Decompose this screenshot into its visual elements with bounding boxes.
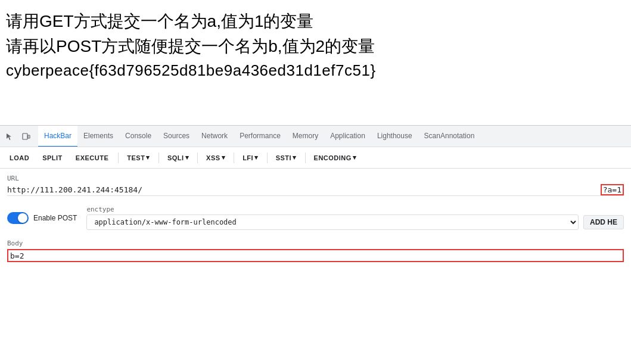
body-label: Body bbox=[7, 239, 624, 247]
tab-icon-group bbox=[2, 129, 33, 144]
instruction-line2: 请再以POST方式随便提交一个名为b,值为2的变量 bbox=[6, 36, 625, 57]
tabs-bar: HackBar Elements Console Sources Network… bbox=[0, 126, 631, 147]
url-input-container: ?a=1 bbox=[7, 184, 624, 196]
toolbar-separator-6 bbox=[305, 153, 306, 163]
enable-post-toggle-container: Enable POST bbox=[7, 212, 77, 224]
enable-post-label: Enable POST bbox=[33, 214, 77, 222]
tab-lighthouse[interactable]: Lighthouse bbox=[371, 126, 418, 147]
lfi-dropdown[interactable]: LFI ▾ bbox=[239, 153, 262, 163]
device-toolbar-icon[interactable] bbox=[19, 129, 33, 144]
toolbar-separator-2 bbox=[158, 153, 159, 163]
instruction-line1: 请用GET方式提交一个名为a,值为1的变量 bbox=[6, 11, 625, 32]
split-button[interactable]: SPLIT bbox=[38, 153, 67, 163]
tab-console[interactable]: Console bbox=[119, 126, 157, 147]
add-header-button[interactable]: ADD HE bbox=[583, 215, 624, 229]
enctype-section: enctype application/x-www-form-urlencode… bbox=[86, 206, 624, 230]
url-query-highlight: ?a=1 bbox=[601, 184, 624, 195]
enctype-select-row: application/x-www-form-urlencoded multip… bbox=[86, 214, 624, 230]
hackbar-toolbar: LOAD SPLIT EXECUTE TEST ▾ SQLI ▾ XSS ▾ L… bbox=[0, 147, 631, 169]
tab-sources[interactable]: Sources bbox=[157, 126, 195, 147]
svg-rect-0 bbox=[23, 133, 27, 139]
toolbar-separator-5 bbox=[267, 153, 268, 163]
toggle-track[interactable] bbox=[7, 212, 29, 224]
svg-rect-1 bbox=[28, 135, 30, 138]
tab-memory[interactable]: Memory bbox=[287, 126, 324, 147]
url-input[interactable] bbox=[7, 184, 601, 195]
tab-elements[interactable]: Elements bbox=[77, 126, 119, 147]
tab-network[interactable]: Network bbox=[195, 126, 234, 147]
body-section: Body bbox=[7, 239, 624, 262]
body-input[interactable] bbox=[8, 251, 113, 261]
load-button[interactable]: LOAD bbox=[5, 153, 34, 163]
xss-dropdown[interactable]: XSS ▾ bbox=[203, 153, 229, 163]
tab-scan-annotation[interactable]: ScanAnnotation bbox=[418, 126, 481, 147]
enctype-label: enctype bbox=[86, 206, 624, 213]
execute-button[interactable]: EXECUTE bbox=[71, 153, 113, 163]
hackbar-content: URL ?a=1 Enable POST enctype a bbox=[0, 169, 631, 364]
tab-performance[interactable]: Performance bbox=[234, 126, 287, 147]
tab-hackbar[interactable]: HackBar bbox=[38, 126, 77, 147]
toolbar-separator-1 bbox=[118, 153, 119, 163]
encoding-dropdown[interactable]: ENCODING ▾ bbox=[310, 153, 360, 163]
toolbar-separator-3 bbox=[197, 153, 198, 163]
sqli-dropdown[interactable]: SQLI ▾ bbox=[164, 153, 192, 163]
toggle-thumb bbox=[18, 213, 27, 223]
toolbar-separator-4 bbox=[234, 153, 234, 163]
devtools-panel: HackBar Elements Console Sources Network… bbox=[0, 125, 631, 364]
tab-application[interactable]: Application bbox=[324, 126, 371, 147]
post-row: Enable POST enctype application/x-www-fo… bbox=[7, 203, 624, 232]
url-label: URL bbox=[7, 175, 624, 182]
cursor-icon[interactable] bbox=[2, 129, 17, 144]
page-content: 请用GET方式提交一个名为a,值为1的变量 请再以POST方式随便提交一个名为b… bbox=[0, 0, 631, 125]
ssti-dropdown[interactable]: SSTI ▾ bbox=[272, 153, 300, 163]
url-section: URL ?a=1 bbox=[7, 175, 624, 196]
enable-post-toggle[interactable] bbox=[7, 212, 29, 224]
body-input-container bbox=[7, 249, 624, 262]
enctype-select[interactable]: application/x-www-form-urlencoded multip… bbox=[86, 214, 579, 230]
test-dropdown[interactable]: TEST ▾ bbox=[123, 153, 154, 163]
flag-text: cyberpeace{f63d796525d81be9a436ed31d1ef7… bbox=[6, 61, 625, 80]
